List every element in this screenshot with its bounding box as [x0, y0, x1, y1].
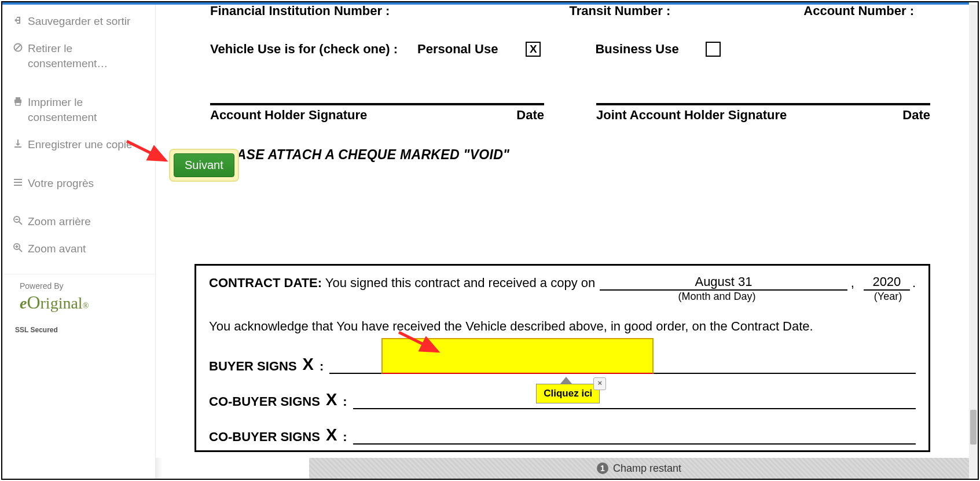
cobuyer2-signs-row: CO-BUYER SIGNS X :: [209, 425, 916, 445]
sidebar-item-zoom-in[interactable]: Zoom avant: [2, 236, 155, 263]
sidebar-item-withdraw[interactable]: Retirer le consentement…: [2, 35, 155, 78]
year-sublabel: (Year): [860, 291, 916, 303]
next-button-container: Suivant: [169, 149, 239, 182]
contract-box: CONTRACT DATE: You signed this contract …: [194, 264, 930, 452]
remaining-text: Champ restant: [613, 462, 681, 475]
colon: :: [343, 429, 347, 445]
print-icon: [13, 97, 23, 106]
document-page: Financial Institution Number : Transit N…: [163, 5, 962, 457]
footer-bar: 1 Champ restant: [309, 458, 969, 479]
sidebar: Sauvegarder et sortir Retirer le consent…: [2, 5, 156, 479]
document-area: Financial Institution Number : Transit N…: [156, 5, 978, 479]
eoriginal-logo: eOriginal®: [20, 292, 138, 313]
sidebar-label: Zoom arrière: [28, 214, 145, 230]
personal-use-label: Personal Use: [417, 42, 498, 57]
tooltip-text: Cliquez ici: [544, 388, 592, 399]
attach-void-note: PLEASE ATTACH A CHEQUE MARKED "VOID": [210, 147, 930, 163]
exit-icon: [13, 16, 23, 25]
document-viewport[interactable]: Financial Institution Number : Transit N…: [156, 5, 969, 458]
scrollbar-thumb[interactable]: [970, 410, 977, 445]
cobuyer2-signs-label: CO-BUYER SIGNS: [209, 429, 320, 445]
zoom-out-icon: [13, 216, 23, 225]
personal-use-checkbox[interactable]: X: [526, 42, 541, 57]
powered-by-label: Powered By: [20, 281, 138, 291]
cobuyer2-sign-line: [353, 428, 916, 445]
next-button[interactable]: Suivant: [174, 153, 234, 177]
month-day-sublabel: (Month and Day): [581, 291, 853, 303]
svg-rect-2: [16, 97, 20, 100]
download-icon: [13, 139, 23, 148]
sidebar-label: Sauvegarder et sortir: [28, 14, 145, 30]
sidebar-label: Enregistrer une copie: [28, 137, 145, 153]
sidebar-item-save-exit[interactable]: Sauvegarder et sortir: [2, 8, 155, 35]
sidebar-item-save-copy[interactable]: Enregistrer une copie: [2, 131, 155, 159]
remaining-count-badge: 1: [597, 462, 608, 474]
fin-institution-label: Financial Institution Number :: [210, 5, 390, 19]
vehicle-use-label: Vehicle Use is for (check one) :: [210, 42, 398, 57]
sidebar-item-print[interactable]: Imprimer le consentement: [2, 89, 155, 131]
sidebar-label: Zoom avant: [28, 241, 145, 257]
sidebar-item-zoom-out[interactable]: Zoom arrière: [2, 208, 155, 236]
sig1-label: Account Holder Signature: [210, 108, 367, 123]
big-x: X: [303, 355, 314, 374]
sidebar-label: Retirer le consentement…: [28, 41, 145, 72]
business-use-checkbox[interactable]: [706, 42, 721, 57]
svg-rect-5: [14, 179, 22, 180]
big-x: X: [326, 390, 337, 409]
vertical-scrollbar[interactable]: [969, 5, 978, 479]
buyer-sign-line: Cliquez ici ×: [329, 358, 916, 374]
sig2-label: Joint Account Holder Signature: [596, 108, 787, 123]
tooltip-close-button[interactable]: ×: [593, 377, 606, 390]
cobuyer-signs-label: CO-BUYER SIGNS: [209, 394, 320, 409]
zoom-in-icon: [13, 243, 23, 252]
ban-icon: [13, 43, 23, 52]
sig2-date-label: Date: [902, 108, 930, 123]
sidebar-label: Votre progrès: [28, 176, 145, 192]
transit-number-label: Transit Number :: [569, 5, 670, 19]
svg-rect-4: [16, 102, 20, 105]
signature-tooltip: Cliquez ici ×: [536, 384, 600, 403]
contract-year: 2020: [864, 274, 910, 291]
colon: :: [343, 394, 347, 409]
business-use-label: Business Use: [595, 42, 678, 57]
list-icon: [13, 178, 23, 187]
signature-field-highlight[interactable]: Cliquez ici ×: [381, 338, 654, 374]
contract-date-label: CONTRACT DATE:: [209, 276, 322, 290]
sig-line: [596, 103, 930, 105]
big-x: X: [326, 425, 337, 445]
svg-rect-6: [14, 182, 22, 183]
svg-line-9: [19, 222, 22, 225]
sidebar-item-progress[interactable]: Votre progrès: [2, 170, 155, 197]
svg-rect-7: [14, 185, 22, 186]
ssl-secured-label: SSL Secured: [2, 313, 155, 334]
buyer-signs-row: BUYER SIGNS X : Cliquez ici ×: [209, 355, 916, 374]
contract-month-day: August 31: [600, 274, 847, 291]
buyer-signs-label: BUYER SIGNS: [209, 359, 297, 374]
acknowledgement-text: You acknowledge that You have received t…: [209, 319, 916, 334]
svg-line-1: [16, 45, 21, 50]
colon: :: [320, 359, 324, 374]
sig1-date-label: Date: [516, 108, 544, 123]
sig-line: [210, 103, 544, 105]
cobuyer-sign-line: [353, 393, 916, 409]
check-mark: X: [530, 43, 537, 56]
account-number-label: Account Number :: [803, 5, 914, 19]
svg-line-12: [19, 249, 22, 252]
sidebar-label: Imprimer le consentement: [28, 95, 145, 126]
contract-date-text: You signed this contract and received a …: [325, 276, 595, 290]
